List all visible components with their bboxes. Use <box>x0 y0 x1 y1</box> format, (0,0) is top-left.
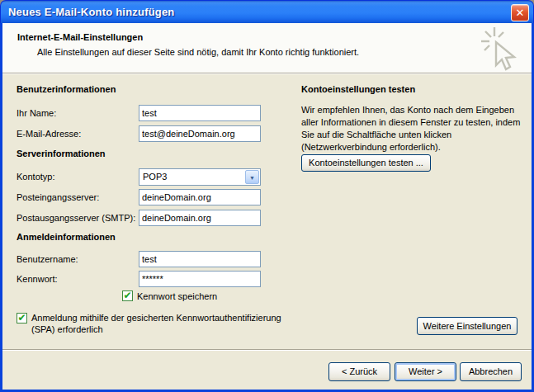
outgoing-server-label: Postausgangsserver (SMTP): <box>17 213 135 223</box>
close-icon: ✕ <box>516 7 525 19</box>
back-button[interactable]: < Zurück <box>328 362 390 381</box>
wizard-header: Internet-E-Mail-Einstellungen Alle Einst… <box>2 23 532 73</box>
password-label: Kennwort: <box>17 274 58 284</box>
outgoing-server-input[interactable] <box>139 210 261 226</box>
cursor-sparkle-icon <box>480 26 523 73</box>
username-label: Benutzername: <box>17 254 78 264</box>
incoming-server-label: Posteingangsserver: <box>17 192 99 202</box>
more-settings-button[interactable]: Weitere Einstellungen <box>417 317 517 335</box>
incoming-server-input[interactable] <box>139 189 261 205</box>
section-user-info: Benutzerinformationen <box>17 84 116 94</box>
dropdown-arrow-icon[interactable]: ▼ <box>245 170 259 184</box>
section-server-info: Serverinformationen <box>17 149 106 158</box>
spa-label[interactable]: Anmeldung mithilfe der gesicherten Kennw… <box>31 312 297 335</box>
account-type-label: Kontotyp: <box>17 172 54 182</box>
test-panel-description: Wir empfehlen Ihnen, das Konto nach dem … <box>301 104 527 153</box>
cancel-button[interactable]: Abbrechen <box>460 362 522 381</box>
username-input[interactable] <box>139 251 261 267</box>
email-account-dialog: Neues E-Mail-Konto hinzufügen ✕ Internet… <box>0 0 534 392</box>
page-subtitle: Alle Einstellungen auf dieser Seite sind… <box>37 47 359 57</box>
header-separator <box>2 73 532 74</box>
close-button[interactable]: ✕ <box>511 4 529 21</box>
account-type-dropdown[interactable]: POP3 ▼ <box>139 168 261 186</box>
footer-separator <box>2 349 532 351</box>
spa-checkbox[interactable]: ✔ <box>17 313 27 324</box>
password-input[interactable] <box>139 271 261 287</box>
account-type-value: POP3 <box>143 172 167 182</box>
title-bar[interactable]: Neues E-Mail-Konto hinzufügen ✕ <box>0 0 534 23</box>
test-account-settings-button[interactable]: Kontoeinstellungen testen ... <box>301 154 431 172</box>
checkmark-icon: ✔ <box>17 312 26 324</box>
checkmark-icon: ✔ <box>123 290 131 301</box>
remember-password-label[interactable]: Kennwort speichern <box>137 291 217 301</box>
name-input[interactable] <box>139 105 261 121</box>
section-login-info: Anmeldeinformationen <box>17 232 116 242</box>
page-title: Internet-E-Mail-Einstellungen <box>17 32 143 42</box>
email-input[interactable] <box>139 125 261 142</box>
remember-password-checkbox[interactable]: ✔ <box>122 290 133 301</box>
email-label: E-Mail-Adresse: <box>17 129 81 139</box>
name-label: Ihr Name: <box>17 108 56 118</box>
test-panel-title: Kontoeinstellungen testen <box>301 84 415 94</box>
dialog-frame <box>0 23 534 392</box>
next-button[interactable]: Weiter > <box>395 362 456 381</box>
window-title: Neues E-Mail-Konto hinzufügen <box>8 6 175 18</box>
